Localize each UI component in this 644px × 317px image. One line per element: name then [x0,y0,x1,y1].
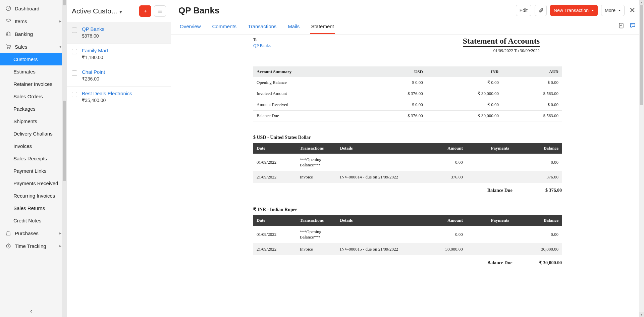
sidebar-item-credit-notes[interactable]: Credit Notes [0,214,67,227]
checkbox[interactable] [72,92,77,97]
col-payments: Payments [466,215,513,226]
sidebar-item-recurring-invoices[interactable]: Recurring Invoices [0,190,67,202]
table-row: 21/09/2022InvoiceINV-000015 - due on 21/… [253,243,562,255]
customer-row[interactable]: QP Banks$376.00 [67,22,171,44]
label: Recurring Invoices [13,193,55,199]
sidebar-item-packages[interactable]: Packages [0,103,67,115]
sidebar-item-items[interactable]: Items ▸ [0,15,67,28]
cell: ₹ 30,000.00 [426,110,502,121]
label: Purchases [15,230,39,236]
checkbox[interactable] [72,28,77,33]
col-usd: USD [367,66,426,77]
sidebar-item-sales[interactable]: Sales ▾ [0,40,67,53]
label: Dashboard [15,6,39,11]
cell: Invoiced Amount [253,88,367,99]
col-label: Account Summary [253,66,367,77]
sidebar-item-dashboard[interactable]: Dashboard [0,2,67,15]
sidebar-item-estimates[interactable]: Estimates [0,65,67,78]
cell: $ 0.00 [502,99,562,110]
task-icon[interactable] [618,22,625,30]
more-button[interactable]: More [601,5,625,16]
sidebar-item-shipments[interactable]: Shipments [0,115,67,127]
table-row: 01/09/2022***Opening Balance***0.000.00 [253,226,562,243]
label: Shipments [13,118,37,124]
label: Items [15,18,27,24]
col-balance: Balance [513,215,562,226]
cell: $ 376.00 [367,110,426,121]
sidebar-scrollbar[interactable] [62,0,67,317]
customer-amount: $376.00 [82,33,104,39]
label: Sales Receipts [13,156,47,161]
list-menu-button[interactable] [154,5,166,17]
label: Delivery Challans [13,131,53,137]
detail-scrollbar[interactable]: ▴ ▾ [639,0,644,317]
tab-mails[interactable]: Mails [287,20,300,34]
balance-due-value: ₹ 30,000.00 [513,255,562,266]
label: Sales Orders [13,94,43,99]
sidebar-item-time-tracking[interactable]: Time Tracking ▸ [0,240,67,252]
tab-comments[interactable]: Comments [212,20,237,34]
customer-row[interactable]: Chai Point₹236.00 [67,65,171,87]
col-balance: Balance [513,143,562,154]
col-details: Details [336,143,420,154]
col-amount: Amount [420,215,466,226]
sidebar-item-customers[interactable]: Customers+ [0,53,67,65]
col-date: Date [253,143,297,154]
col-aud: AUD [502,66,562,77]
statement-date-range: 01/09/2022 To 30/09/2022 [463,47,540,55]
customer-title: QP Banks [178,5,513,16]
add-customer-button[interactable] [139,5,151,17]
sidebar-item-sales-receipts[interactable]: Sales Receipts [0,152,67,165]
label: Time Tracking [15,243,46,249]
cell: $ 563.00 [502,110,562,121]
sidebar-item-banking[interactable]: Banking [0,28,67,40]
sidebar-item-retainer-invoices[interactable]: Retainer Invoices [0,78,67,90]
cell: ₹ 0.00 [426,99,502,110]
cell: ₹ 30,000.00 [426,88,502,99]
chevron-right-icon: ▸ [59,231,61,235]
checkbox[interactable] [72,49,77,54]
chat-icon[interactable] [629,22,636,30]
svg-point-1 [7,48,8,49]
transactions-table: DateTransactionsDetailsAmountPaymentsBal… [253,143,562,183]
tab-statement[interactable]: Statement [310,20,334,34]
cart-icon [5,44,11,50]
col-txn: Transactions [297,215,337,226]
sidebar-item-sales-returns[interactable]: Sales Returns [0,202,67,214]
section-title: ₹ INR - Indian Rupee [253,207,562,212]
customer-row[interactable]: Best Deals Electronics₹35,400.00 [67,87,171,108]
sidebar-item-payment-links[interactable]: Payment Links [0,165,67,177]
sidebar-item-invoices[interactable]: Invoices [0,140,67,152]
checkbox[interactable] [72,70,77,76]
col-details: Details [336,215,420,226]
customer-name: Best Deals Electronics [82,91,132,96]
statement-document[interactable]: To QP Banks Statement of Accounts 01/09/… [171,35,644,317]
cell: ₹ 0.00 [426,77,502,88]
section-title: $ USD - United States Dollar [253,135,562,140]
sidebar-item-purchases[interactable]: Purchases ▸ [0,227,67,240]
close-icon[interactable]: ✕ [628,5,637,16]
account-summary-table: Account Summary USD INR AUD Opening Bala… [253,66,562,121]
balance-due-value: $ 376.00 [513,183,562,193]
list-filter-dropdown[interactable]: Active Custo...▼ [72,7,137,15]
tab-transactions[interactable]: Transactions [247,20,277,34]
cell: $ 0.00 [367,77,426,88]
gauge-icon [5,5,11,11]
label: Invoices [13,143,32,149]
customer-amount: ₹236.00 [82,76,105,82]
label: Payment Links [13,168,46,174]
cell: Opening Balance [253,77,367,88]
sidebar-item-sales-orders[interactable]: Sales Orders [0,90,67,103]
sidebar-item-delivery-challans[interactable]: Delivery Challans [0,127,67,140]
customer-row[interactable]: Family Mart₹1,180.00 [67,44,171,65]
new-transaction-button[interactable]: New Transaction [550,5,598,16]
table-row: 01/09/2022***Opening Balance***0.000.00 [253,154,562,171]
edit-button[interactable]: Edit [516,5,531,16]
sidebar-item-payments-received[interactable]: Payments Received [0,177,67,190]
detail-tabs: OverviewCommentsTransactionsMailsStateme… [171,20,644,35]
attachment-button[interactable] [535,5,547,16]
cell: $ 0.00 [502,77,562,88]
tab-overview[interactable]: Overview [179,20,202,34]
svg-point-2 [9,48,10,49]
sidebar-collapse-button[interactable] [0,305,62,317]
